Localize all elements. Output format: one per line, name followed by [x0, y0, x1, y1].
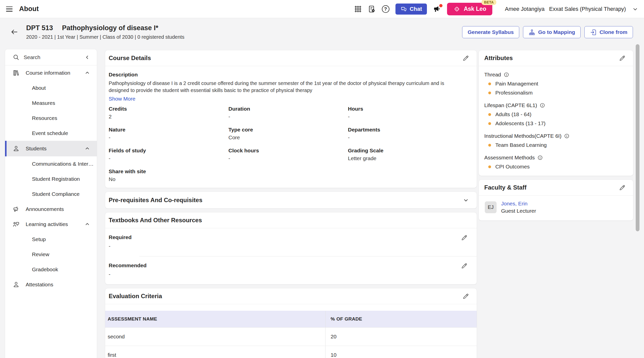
go-to-mapping-button[interactable]: Go to Mapping — [523, 26, 581, 38]
faculty-title: Faculty & Staff — [484, 184, 527, 191]
course-code: DPT 513 — [26, 24, 53, 32]
chevron-up-icon — [84, 70, 90, 76]
attribute-item: Adolescents (13 - 17) — [484, 120, 626, 126]
prerequisites-card[interactable]: Pre-requisites And Co-requisites — [105, 192, 477, 208]
field-clock-hours: Clock hours- — [228, 148, 348, 161]
chevron-up-icon — [84, 146, 90, 152]
attribute-item: Pain Management — [484, 81, 626, 87]
person-icon — [13, 145, 20, 152]
attribute-group-lifespan: Lifespan (CAPTE 6L1) Adults (18 - 64) Ad… — [484, 102, 626, 126]
vertical-scrollbar[interactable] — [636, 44, 639, 231]
chevron-up-icon — [84, 221, 90, 227]
sidebar-item-setup[interactable]: Setup — [5, 232, 97, 247]
recommended-textbooks-row: Recommended - — [105, 256, 477, 284]
table-header-row: ASSESSMENT NAME % OF GRADE — [105, 311, 477, 328]
faculty-staff-card: Faculty & Staff EJ Jones, Erin Guest Lec… — [479, 180, 633, 220]
tasks-checklist-icon[interactable] — [368, 5, 376, 13]
edit-attributes-button[interactable] — [619, 55, 626, 62]
avatar: EJ — [485, 201, 497, 213]
bullet-dot-icon — [488, 122, 491, 125]
faculty-member-name-link[interactable]: Jones, Erin — [501, 201, 536, 207]
recommended-value: - — [109, 271, 147, 277]
description-label: Description — [109, 72, 469, 78]
edit-recommended-button[interactable] — [461, 262, 468, 269]
generate-syllabus-button[interactable]: Generate Syllabus — [462, 26, 519, 38]
sidebar-item-announcements[interactable]: Announcements — [5, 202, 97, 217]
sidebar-item-student-compliance[interactable]: Student Compliance — [5, 187, 97, 202]
course-details-card: Course Details Description Pathophysiolo… — [105, 50, 477, 188]
right-panel: Attributes Thread Pain Management Profes… — [479, 50, 633, 225]
bullet-dot-icon — [488, 92, 491, 94]
info-icon[interactable] — [540, 103, 545, 108]
chat-button[interactable]: Chat — [395, 4, 427, 15]
recommended-label: Recommended — [109, 262, 147, 268]
sidebar-item-about[interactable]: About — [5, 80, 97, 96]
show-more-link[interactable]: Show More — [109, 96, 135, 102]
announcements-megaphone-icon[interactable] — [433, 5, 441, 13]
chevron-down-icon[interactable] — [463, 197, 469, 203]
table-row[interactable]: second 20 — [105, 328, 477, 346]
course-description: Pathophysiology of disease I is a 2 cred… — [109, 80, 460, 94]
sidebar-item-communications[interactable]: Communications & Inter… — [5, 156, 97, 171]
field-credits: Credits2 — [109, 106, 228, 120]
attributes-title: Attributes — [484, 55, 513, 62]
sidebar-item-course-information[interactable]: Course information — [5, 65, 97, 80]
app-page-title: About — [19, 5, 39, 13]
column-assessment-name: ASSESSMENT NAME — [105, 311, 326, 328]
attribute-item: CPI Outcomes — [484, 164, 626, 170]
field-duration: Duration- — [228, 106, 348, 120]
sidebar-item-resources[interactable]: Resources — [5, 111, 97, 126]
edit-course-details-button[interactable] — [462, 55, 469, 62]
info-icon[interactable] — [504, 72, 509, 77]
evaluation-table: ASSESSMENT NAME % OF GRADE second 20 fir… — [105, 311, 477, 358]
hamburger-menu-icon[interactable] — [6, 7, 13, 12]
field-nature: Nature- — [109, 127, 228, 141]
sidebar-item-student-registration[interactable]: Student Registration — [5, 171, 97, 187]
sidebar-item-event-schedule[interactable]: Event schedule — [5, 126, 97, 141]
attribute-item: Team Based Learning — [484, 142, 626, 148]
help-icon[interactable] — [382, 5, 389, 13]
table-row[interactable]: first 10 — [105, 346, 477, 358]
sidebar-nav: Course information About Measures Resour… — [5, 65, 97, 292]
clone-document-icon — [590, 29, 597, 36]
column-percent-of-grade: % OF GRADE — [326, 311, 477, 328]
account-chevron-down-icon[interactable] — [632, 6, 638, 12]
evaluation-title: Evaluation Criteria — [109, 293, 162, 300]
org-name: Exxat Sales (Physical Therapy) — [549, 6, 626, 12]
faculty-member-role: Guest Lecturer — [501, 208, 536, 214]
sidebar-item-measures[interactable]: Measures — [5, 96, 97, 111]
instructor-board-icon — [13, 221, 20, 228]
bullet-dot-icon — [488, 165, 491, 168]
info-icon[interactable] — [564, 133, 570, 139]
sidebar-item-gradebook[interactable]: Gradebook — [5, 262, 97, 277]
clone-from-button[interactable]: Clone from — [584, 26, 633, 38]
attribute-group-thread: Thread Pain Management Professionalism — [484, 72, 626, 96]
sidebar-item-review[interactable]: Review — [5, 247, 97, 262]
search-icon — [13, 54, 20, 61]
sidebar-item-learning-activities[interactable]: Learning activities — [5, 217, 97, 232]
info-icon[interactable] — [537, 155, 543, 160]
textbooks-card: Textbooks And Other Resources Required -… — [105, 212, 477, 284]
megaphone-icon — [13, 206, 20, 213]
course-details-title: Course Details — [109, 55, 151, 62]
collapse-sidebar-icon[interactable] — [84, 54, 90, 60]
main-content: Course Details Description Pathophysiolo… — [105, 50, 477, 358]
sidebar-item-attestations[interactable]: Attestations — [5, 277, 97, 292]
required-textbooks-row: Required - — [105, 228, 477, 256]
bullet-dot-icon — [488, 113, 491, 116]
edit-faculty-button[interactable] — [619, 184, 626, 191]
beta-badge: BETA — [481, 0, 496, 5]
sidebar-item-students[interactable]: Students — [5, 141, 97, 156]
edit-required-button[interactable] — [461, 234, 468, 241]
attributes-card: Attributes Thread Pain Management Profes… — [479, 50, 633, 176]
attribute-item: Professionalism — [484, 90, 626, 96]
leo-logo-icon — [453, 5, 461, 13]
required-label: Required — [109, 234, 132, 240]
course-subtitle: 2020 - 2021 | 1st Year | Summer | Class … — [26, 34, 184, 40]
back-button[interactable] — [10, 28, 19, 36]
field-fields-of-study: Fields of study- — [109, 148, 228, 161]
edit-evaluation-button[interactable] — [462, 293, 469, 300]
ask-leo-button[interactable]: Ask Leo BETA — [447, 3, 492, 15]
apps-grid-icon[interactable] — [354, 5, 362, 13]
search-input[interactable]: Search — [24, 54, 80, 60]
